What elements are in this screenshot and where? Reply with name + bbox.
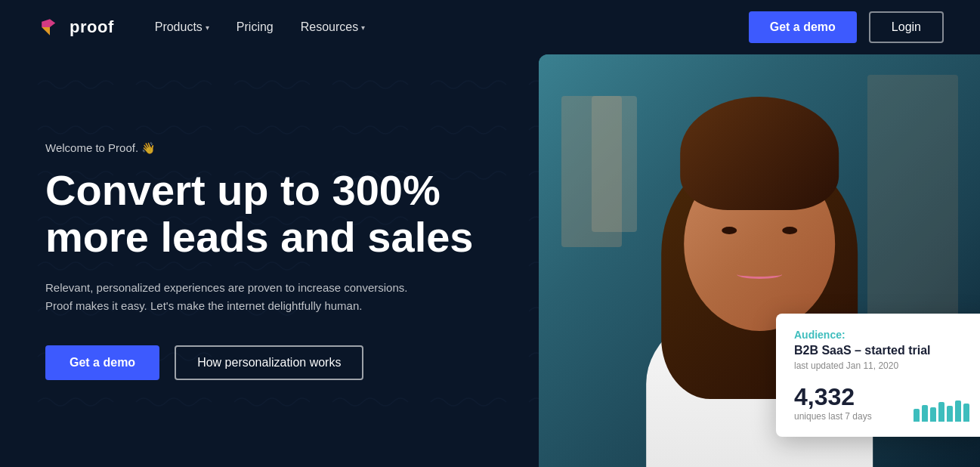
logo-icon bbox=[36, 14, 63, 41]
navigation: proof Products ▾ Pricing Resources ▾ Get… bbox=[0, 0, 980, 54]
nav-products[interactable]: Products ▾ bbox=[144, 14, 220, 40]
card-updated: last updated Jan 11, 2020 bbox=[794, 360, 969, 371]
hero-section: Welcome to Proof. 👋 Convert up to 300% m… bbox=[0, 54, 980, 467]
audience-card: Audience: B2B SaaS – started trial last … bbox=[776, 314, 980, 437]
chart-bar bbox=[947, 406, 953, 422]
card-count-area: 4,332 uniques last 7 days bbox=[794, 383, 872, 422]
card-bar-chart bbox=[914, 397, 969, 422]
card-segment: B2B SaaS – started trial bbox=[794, 344, 969, 357]
nav-get-demo-button[interactable]: Get a demo bbox=[749, 11, 857, 43]
chart-bar bbox=[914, 409, 920, 422]
chart-bar bbox=[930, 407, 936, 422]
hero-image-area: Audience: B2B SaaS – started trial last … bbox=[539, 54, 980, 467]
card-uniques-label: uniques last 7 days bbox=[794, 411, 872, 422]
card-stats: 4,332 uniques last 7 days bbox=[794, 383, 969, 422]
card-count: 4,332 bbox=[794, 383, 872, 411]
hero-title: Convert up to 300% more leads and sales bbox=[45, 167, 502, 260]
resources-chevron-icon: ▾ bbox=[361, 23, 365, 32]
hero-title-line1: Convert up to 300% bbox=[45, 166, 441, 214]
hero-subtitle: Relevant, personalized experiences are p… bbox=[45, 279, 423, 315]
nav-resources[interactable]: Resources ▾ bbox=[290, 14, 376, 40]
welcome-message: Welcome to Proof. 👋 bbox=[45, 141, 502, 155]
nav-login-button[interactable]: Login bbox=[869, 11, 944, 43]
chart-bar bbox=[938, 402, 944, 422]
eye-right bbox=[782, 227, 797, 234]
hero-how-it-works-button[interactable]: How personalization works bbox=[175, 345, 363, 380]
hero-content: Welcome to Proof. 👋 Convert up to 300% m… bbox=[0, 54, 539, 467]
chart-bar bbox=[922, 405, 928, 422]
eye-left bbox=[722, 227, 737, 234]
person-hair-top bbox=[680, 97, 839, 210]
chart-bar bbox=[963, 404, 969, 422]
logo[interactable]: proof bbox=[36, 14, 114, 41]
chart-bar bbox=[955, 401, 961, 422]
logo-text: proof bbox=[70, 17, 114, 37]
hero-cta-buttons: Get a demo How personalization works bbox=[45, 345, 502, 380]
card-audience-label: Audience: bbox=[794, 329, 969, 341]
nav-actions: Get a demo Login bbox=[749, 11, 944, 43]
hero-title-line2: more leads and sales bbox=[45, 213, 474, 261]
mouth bbox=[737, 270, 782, 279]
products-chevron-icon: ▾ bbox=[206, 23, 209, 32]
hero-get-demo-button[interactable]: Get a demo bbox=[45, 345, 159, 380]
nav-links: Products ▾ Pricing Resources ▾ bbox=[144, 14, 749, 40]
nav-pricing[interactable]: Pricing bbox=[226, 14, 284, 40]
